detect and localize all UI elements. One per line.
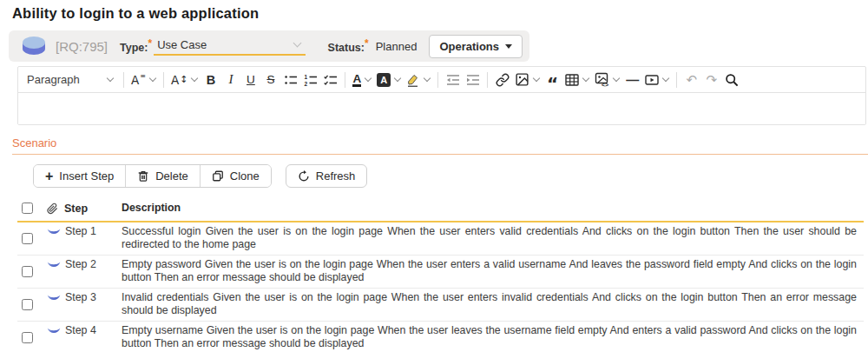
font-color-icon: A	[352, 73, 361, 87]
step-description: Invalid credentials Given the user is on…	[122, 291, 864, 318]
caret-down-icon	[505, 44, 512, 49]
clone-button[interactable]: Clone	[201, 165, 271, 187]
indent-icon	[466, 73, 480, 87]
paragraph-format-dropdown[interactable]: Paragraph	[22, 70, 119, 90]
attachment-icon	[47, 203, 58, 215]
chevron-down-icon	[293, 39, 301, 48]
step-column-header: Step	[64, 203, 88, 215]
background-color-dropdown[interactable]: A	[374, 70, 404, 90]
italic-icon: I	[228, 72, 233, 87]
step-description: Successful login Given the user is on th…	[122, 225, 864, 252]
italic-button[interactable]: I	[220, 70, 240, 90]
bullet-list-button[interactable]	[280, 70, 300, 90]
requirement-details-page: Ability to login to a web application [R…	[0, 5, 868, 352]
redo-icon: ↷	[706, 72, 717, 88]
link-button[interactable]	[492, 70, 512, 90]
outdent-button[interactable]	[443, 70, 463, 90]
chevron-down-icon	[191, 75, 198, 82]
requirement-id: [RQ:795]	[56, 39, 108, 54]
background-color-icon: A	[377, 73, 391, 87]
delete-button[interactable]: Delete	[126, 165, 201, 187]
svg-text:2: 2	[305, 80, 308, 86]
table-header-row: Step Description	[17, 198, 864, 222]
scenario-steps-table: Step Description Step 1 Successful login…	[17, 198, 864, 352]
blockquote-icon: “	[547, 81, 558, 86]
operations-button[interactable]: Operations	[429, 35, 523, 58]
chevron-down-icon	[582, 75, 589, 82]
highlight-dropdown[interactable]	[404, 70, 433, 90]
type-dropdown[interactable]: Use Case	[154, 37, 305, 56]
chevron-down-icon	[613, 75, 620, 82]
use-case-step-icon	[47, 327, 61, 335]
check-list-icon	[324, 73, 338, 87]
chevron-down-icon	[394, 75, 401, 82]
font-color-dropdown[interactable]: A	[350, 70, 374, 90]
step-actions-group: + Insert Step Delete Clo	[33, 164, 272, 188]
step-number: Step 1	[65, 225, 96, 237]
image-dropdown[interactable]	[512, 70, 542, 90]
step-actions-toolbar: + Insert Step Delete Clo	[33, 164, 868, 188]
link-icon	[496, 73, 510, 87]
image-gallery-icon: <>	[595, 72, 609, 87]
bold-button[interactable]: B	[201, 70, 220, 90]
step-number: Step 3	[65, 291, 96, 303]
strikethrough-icon: S	[266, 73, 274, 86]
insert-step-button[interactable]: + Insert Step	[34, 165, 126, 187]
type-label: Type:*	[120, 37, 154, 54]
step-number: Step 4	[65, 324, 96, 336]
image-icon	[515, 72, 529, 87]
use-case-step-icon	[47, 261, 61, 269]
check-list-button[interactable]	[320, 70, 340, 90]
use-case-step-icon	[47, 228, 61, 236]
find-replace-button[interactable]	[721, 70, 741, 90]
table-row[interactable]: Step 3 Invalid credentials Given the use…	[17, 289, 864, 322]
blockquote-button[interactable]: “	[542, 70, 562, 90]
use-case-icon	[21, 36, 47, 56]
chevron-down-icon	[107, 75, 114, 82]
underline-button[interactable]: U	[240, 70, 260, 90]
status-field: Status:* Planned	[328, 37, 418, 54]
underline-icon: U	[247, 73, 255, 86]
table-row[interactable]: Step 4 Empty username Given the user is …	[17, 322, 864, 352]
table-row[interactable]: Step 2 Empty password Given the user is …	[17, 256, 864, 289]
table-row[interactable]: Step 1 Successful login Given the user i…	[17, 222, 864, 256]
font-icon: A	[131, 73, 139, 87]
undo-button[interactable]: ↶	[681, 70, 701, 90]
search-icon	[725, 73, 739, 87]
refresh-button[interactable]: Refresh	[286, 164, 368, 188]
editor-content-area[interactable]	[18, 93, 865, 124]
strikethrough-button[interactable]: S	[260, 70, 280, 90]
outdent-icon	[446, 73, 460, 87]
chevron-down-icon	[365, 75, 372, 82]
indent-button[interactable]	[463, 70, 483, 90]
bold-icon: B	[207, 73, 215, 87]
row-select-checkbox[interactable]	[22, 332, 33, 343]
step-description: Empty username Given the user is on the …	[122, 324, 864, 351]
horizontal-rule-button[interactable]: —	[622, 70, 642, 90]
step-number: Step 2	[65, 258, 96, 270]
row-select-checkbox[interactable]	[22, 266, 33, 277]
required-marker-icon: *	[365, 37, 369, 50]
font-family-dropdown[interactable]: A≡	[128, 70, 159, 90]
select-all-checkbox[interactable]	[22, 203, 33, 214]
editor-toolbar: Paragraph A≡ A↕ B I U S	[18, 67, 865, 93]
chevron-down-icon	[533, 75, 540, 82]
row-select-checkbox[interactable]	[22, 233, 33, 244]
status-value: Planned	[376, 40, 418, 53]
font-size-dropdown[interactable]: A↕	[168, 70, 201, 90]
image-gallery-dropdown[interactable]: <>	[592, 70, 622, 90]
redo-button[interactable]: ↷	[701, 70, 721, 90]
horizontal-rule-icon: —	[626, 72, 639, 87]
numbered-list-icon: 1 2	[304, 73, 318, 87]
plus-icon: +	[45, 171, 53, 182]
video-dropdown[interactable]	[642, 70, 672, 90]
row-select-checkbox[interactable]	[22, 299, 33, 310]
bullet-list-icon	[284, 73, 298, 87]
page-title: Ability to login to a web application	[12, 5, 868, 22]
numbered-list-button[interactable]: 1 2	[300, 70, 320, 90]
highlighter-icon	[406, 73, 420, 87]
font-size-icon: A	[171, 73, 179, 87]
step-description: Empty password Given the user is on the …	[122, 258, 864, 285]
table-dropdown[interactable]	[562, 70, 592, 90]
required-marker-icon: *	[148, 37, 152, 50]
